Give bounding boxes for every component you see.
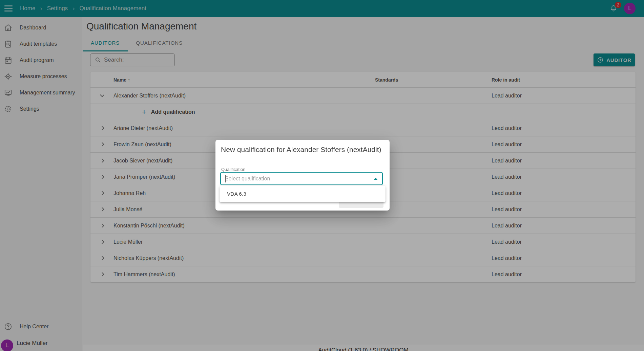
dialog-title: New qualification for Alexander Stoffers… [221,146,381,154]
qualification-dropdown-panel: VDA 6.3 [220,186,386,202]
qualification-select-input[interactable] [225,176,367,182]
text-caret [225,175,226,182]
dropdown-arrow-icon[interactable] [374,178,378,180]
qualification-select[interactable] [220,172,383,185]
dropdown-option-vda[interactable]: VDA 6.3 [220,186,386,202]
qualification-field-label: Qualification [221,167,246,172]
